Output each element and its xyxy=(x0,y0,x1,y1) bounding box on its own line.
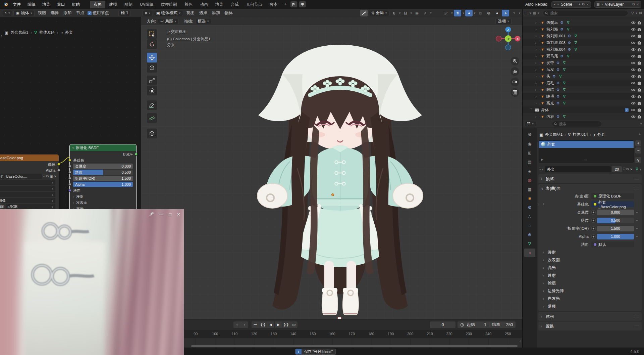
eyedropper-icon[interactable] xyxy=(360,10,368,16)
render-camera-icon[interactable] xyxy=(637,115,642,119)
end-value[interactable]: 250 xyxy=(503,322,513,327)
visibility-eye-icon[interactable] xyxy=(631,21,636,25)
image-datablock[interactable]: 外套_BaseColor.... xyxy=(0,174,42,179)
add-cube-tool[interactable] xyxy=(147,129,157,138)
editor-type-dropdown[interactable]: ☷∨ xyxy=(525,121,536,127)
copy-icon[interactable]: ⧉ xyxy=(627,167,629,171)
render-camera-icon[interactable] xyxy=(637,81,642,85)
outliner-row[interactable]: › ▼ 前刘海.003 ⚙ ∇ ✓ xyxy=(523,39,644,46)
visibility-eye-icon[interactable] xyxy=(631,95,636,98)
mesh-data-icon[interactable]: ∇ xyxy=(562,88,567,92)
outliner-row[interactable]: › ▼ 睫毛 ⚙ ∇ ✓ xyxy=(523,93,644,100)
slot-specials-icon[interactable]: ∨ xyxy=(635,157,641,163)
socket-toggle[interactable] xyxy=(591,226,596,231)
alpha-field[interactable]: 1.000 xyxy=(597,234,634,239)
render-camera-icon[interactable] xyxy=(637,68,642,72)
shader-menu-item[interactable]: 视图 xyxy=(36,9,48,16)
editor-type-dropdown[interactable]: ◔∨ xyxy=(2,10,12,16)
disclosure-icon[interactable]: › xyxy=(535,27,539,31)
disclosure-icon[interactable]: › xyxy=(535,94,539,98)
viewport-menu-item[interactable]: 添加 xyxy=(210,9,222,16)
visibility-eye-icon[interactable] xyxy=(631,75,636,78)
unpin-icon[interactable] xyxy=(149,212,154,217)
modifier-wrench-icon[interactable]: ⚙ xyxy=(567,34,572,38)
expand-arrow-icon[interactable]: ▶ xyxy=(541,158,543,161)
menu-item[interactable]: 渲染 xyxy=(39,1,54,8)
modifier-wrench-icon[interactable]: ⚙ xyxy=(567,41,572,45)
menu-item[interactable]: 编辑 xyxy=(24,1,39,8)
image-node-option-row[interactable]: 线性∨ xyxy=(0,179,59,185)
object-icon[interactable]: ■ xyxy=(524,194,535,203)
resize-grip[interactable]: :::: xyxy=(583,158,587,162)
world-icon[interactable]: ◍ xyxy=(524,176,535,184)
timeline-track[interactable]: ‹ xyxy=(141,338,522,348)
menu-item[interactable]: 窗口 xyxy=(54,1,68,8)
visibility-eye-icon[interactable] xyxy=(631,61,636,65)
move-tool[interactable] xyxy=(147,53,157,62)
workspace-tab[interactable]: 雕刻 xyxy=(121,1,136,8)
scene-icon[interactable]: ◈ xyxy=(524,167,535,175)
flag-icon[interactable] xyxy=(290,1,297,7)
add-workspace-button[interactable]: + xyxy=(282,1,288,8)
unlink-icon[interactable]: ✕ xyxy=(630,168,633,171)
render-camera-icon[interactable] xyxy=(637,95,642,98)
language-button[interactable]: 中 xyxy=(299,1,306,7)
pin-icon[interactable]: ⌖ xyxy=(579,2,581,6)
disclosure-icon[interactable]: › xyxy=(535,34,539,38)
tool-icon[interactable]: ⚒ xyxy=(524,131,535,139)
disclosure-icon[interactable]: › xyxy=(535,74,539,78)
new-collection-icon[interactable]: ⊞ xyxy=(639,11,642,15)
disclosure-icon[interactable]: › xyxy=(535,47,539,51)
3d-cursor[interactable] xyxy=(337,316,342,319)
outliner-row[interactable]: › ▼ 身体 ⚙ ∇ ✓ xyxy=(523,106,644,113)
socket-toggle[interactable] xyxy=(591,234,596,239)
close-icon[interactable]: ✕ xyxy=(637,3,639,6)
editor-type-dropdown[interactable]: ⌗∨ xyxy=(143,10,153,16)
mesh-data-icon[interactable]: ∇ xyxy=(566,54,571,58)
copy-icon[interactable]: ⧉ xyxy=(46,174,49,178)
outliner-search[interactable] xyxy=(543,10,628,16)
mesh-data-icon[interactable]: ∇ xyxy=(562,68,567,72)
properties-search[interactable] xyxy=(552,121,602,127)
bsdf-node-header[interactable]: ∨原理化 BSDF xyxy=(70,144,136,151)
workspace-tab[interactable]: 合成 xyxy=(227,1,243,8)
modifier-wrench-icon[interactable]: ⚙ xyxy=(555,61,560,65)
viewport-menu-item[interactable]: 物体 xyxy=(222,9,235,16)
mesh-data-icon[interactable]: ∇ xyxy=(566,27,571,32)
shader-menu-item[interactable]: 节点 xyxy=(74,9,87,16)
render-camera-icon[interactable] xyxy=(637,75,642,78)
render-camera-icon[interactable] xyxy=(637,28,642,31)
material-section-row[interactable]: ›高光 xyxy=(538,264,642,272)
render-camera-icon[interactable] xyxy=(637,21,642,25)
visibility-eye-icon[interactable] xyxy=(631,88,636,92)
jump-to-end-button[interactable]: ⏭ xyxy=(290,321,298,328)
roughness-field[interactable]: 0.500 xyxy=(597,218,634,223)
shading-material-icon[interactable]: ◑ xyxy=(502,10,509,16)
workspace-tab[interactable]: 脚本 xyxy=(266,1,281,8)
viewport-menu-item[interactable]: 选择 xyxy=(197,9,210,16)
outliner-row[interactable]: › ▼ 头 ⚙ ∇ ✓ xyxy=(523,73,644,80)
start-value[interactable]: 1 xyxy=(478,322,486,327)
drag-dropdown[interactable]: 框选∨ xyxy=(195,18,211,24)
outliner-row[interactable]: › ▼ 前刘海.004 ⚙ ∇ ✓ xyxy=(523,46,644,53)
visibility-eye-icon[interactable] xyxy=(631,48,636,51)
outliner-row[interactable]: › ▼ 前刘海.001 ⚙ ∇ ✓ xyxy=(523,33,644,39)
disclosure-icon[interactable]: › xyxy=(535,61,539,65)
play-reverse-button[interactable]: ◀ xyxy=(267,321,274,328)
surface-shader-field[interactable]: 原理化 BSDF xyxy=(591,193,634,199)
render-icon[interactable]: ◉ xyxy=(524,140,535,148)
mesh-data-icon[interactable]: ∇ xyxy=(558,74,563,79)
disclosure-icon[interactable]: › xyxy=(535,81,539,85)
outliner-row[interactable]: › ▼ 眉毛 ⚙ ∇ ✓ xyxy=(523,80,644,86)
material-slot-row[interactable]: 外套 xyxy=(539,141,634,148)
bsdf-output-socket[interactable] xyxy=(135,153,138,156)
overlays-toggle-icon[interactable]: ◕ xyxy=(465,10,473,16)
minimize-icon[interactable]: — xyxy=(159,212,163,217)
shader-type-dropdown[interactable]: ▣物体∨ xyxy=(13,10,35,16)
options-dropdown[interactable]: 选项∨ xyxy=(495,18,512,24)
sidebar-toggle-icon[interactable]: ‹ xyxy=(520,339,521,344)
zoom-icon[interactable] xyxy=(511,57,519,65)
play-button[interactable]: ▶ xyxy=(275,321,282,328)
outliner-row[interactable]: › ▼ 眼睛 ⚙ ∇ ✓ xyxy=(523,86,644,93)
timeline-scrollbar[interactable] xyxy=(191,345,518,347)
